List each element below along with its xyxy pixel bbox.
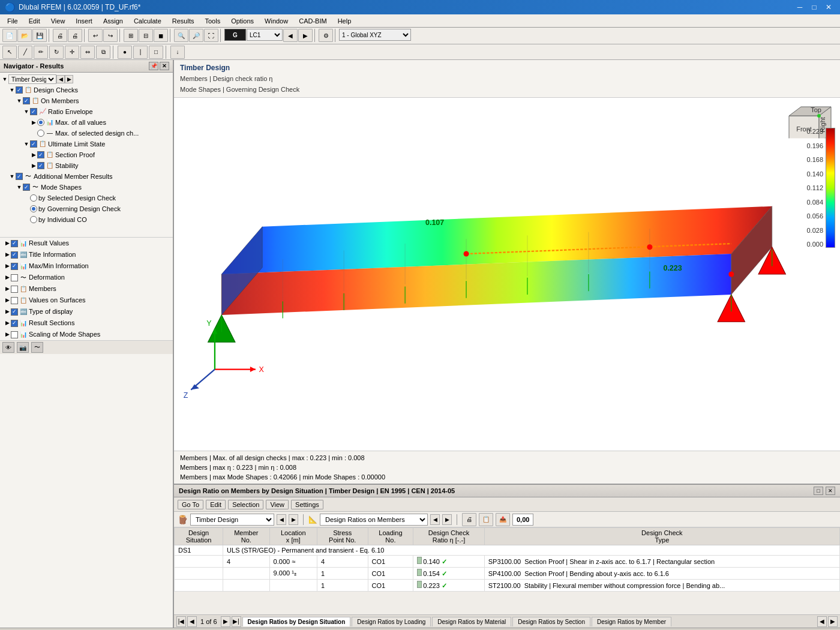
tree-on-members[interactable]: ▼ ✓ 📋 On Members bbox=[0, 95, 173, 106]
results-edit-btn[interactable]: Edit bbox=[206, 500, 226, 509]
cb-title-info[interactable]: ✓ bbox=[11, 251, 18, 259]
tb-undo[interactable]: ↩ bbox=[88, 29, 103, 42]
coord-selector[interactable]: 1 - Global XYZ bbox=[339, 29, 411, 41]
expand-values-surfaces[interactable]: ▶ bbox=[4, 295, 11, 305]
expand-title-info[interactable]: ▶ bbox=[4, 250, 11, 260]
table-row-1[interactable]: 4 0.000 ≈ 4 CO1 0.140 ✓ SP3100.00 Sectio… bbox=[175, 556, 840, 568]
module-selector[interactable]: Timber Design bbox=[190, 514, 274, 526]
tb2-line[interactable]: ╱ bbox=[18, 46, 32, 59]
tb-open[interactable]: 📂 bbox=[17, 29, 32, 42]
panel-close-btn[interactable]: ✕ bbox=[160, 62, 169, 70]
menu-assign[interactable]: Assign bbox=[98, 16, 128, 26]
tb-view-options[interactable]: ⚙ bbox=[319, 29, 333, 42]
nav-result-values[interactable]: ▶ ✓ 📊 Result Values bbox=[0, 238, 173, 249]
cb-values-surfaces[interactable] bbox=[11, 297, 18, 304]
nav-icon-eye[interactable]: 👁 bbox=[2, 342, 14, 353]
tree-ratio-envelope[interactable]: ▼ ✓ 📈 Ratio Envelope bbox=[0, 106, 173, 117]
results-print-btn[interactable]: 🖨 bbox=[462, 513, 476, 526]
tb-save[interactable]: 💾 bbox=[32, 29, 47, 42]
menu-tools[interactable]: Tools bbox=[200, 16, 225, 26]
tree-additional-results[interactable]: ▼ ✓ 〜 Additional Member Results bbox=[0, 171, 173, 182]
expand-additional[interactable]: ▼ bbox=[8, 172, 16, 181]
module-prev-btn[interactable]: ◀ bbox=[277, 514, 286, 525]
tree-nav-next[interactable]: ▶ bbox=[65, 75, 73, 83]
lc-selector[interactable]: LC1 bbox=[247, 29, 283, 41]
panel-pin-btn[interactable]: 📌 bbox=[149, 62, 158, 70]
expand-result-sections[interactable]: ▶ bbox=[4, 318, 11, 328]
cb-stability[interactable]: ✓ bbox=[37, 162, 44, 169]
cb-section-proof[interactable]: ✓ bbox=[37, 151, 44, 158]
nav-deformation[interactable]: ▶ 〜 Deformation bbox=[0, 272, 173, 283]
cb-result-values[interactable]: ✓ bbox=[11, 240, 18, 247]
results-panel-close[interactable]: ✕ bbox=[826, 487, 835, 495]
expand-deformation[interactable]: ▶ bbox=[4, 272, 11, 283]
results-settings-btn[interactable]: Settings bbox=[291, 500, 323, 509]
cb-members-nav[interactable] bbox=[11, 286, 18, 293]
tb-redo[interactable]: ↪ bbox=[103, 29, 118, 42]
tabs-scroll-right[interactable]: ▶ bbox=[828, 616, 838, 627]
expand-scaling[interactable]: ▶ bbox=[4, 329, 11, 340]
table-row-2[interactable]: 9.000 ¹₂ 1 CO1 0.154 ✓ SP4100.00 Section… bbox=[175, 568, 840, 580]
tb2-load[interactable]: ↓ bbox=[170, 46, 185, 59]
tabs-scroll-left[interactable]: ◀ bbox=[817, 616, 827, 627]
tab-by-situation[interactable]: Design Ratios by Design Situation bbox=[242, 617, 351, 626]
menu-cad-bim[interactable]: CAD-BIM bbox=[294, 16, 331, 26]
results-goto-btn[interactable]: Go To bbox=[178, 500, 203, 509]
cb-result-sections[interactable]: ✓ bbox=[11, 320, 18, 327]
tree-max-selected[interactable]: ▶ — Max. of selected design ch... bbox=[0, 128, 173, 139]
tb-mesh[interactable]: ⊟ bbox=[139, 29, 153, 42]
nav-result-sections[interactable]: ▶ ✓ 📊 Result Sections bbox=[0, 317, 173, 329]
tree-mode-shapes[interactable]: ▼ ✓ 〜 Mode Shapes bbox=[0, 182, 173, 193]
tb2-select[interactable]: ↖ bbox=[2, 46, 17, 59]
menu-edit[interactable]: Edit bbox=[24, 16, 45, 26]
expand-section-proof[interactable]: ▶ bbox=[30, 150, 37, 160]
tree-max-all[interactable]: ▶ 📊 Max. of all values bbox=[0, 117, 173, 128]
page-first-btn[interactable]: |◀ bbox=[176, 616, 186, 627]
expand-stability[interactable]: ▶ bbox=[30, 161, 37, 170]
expand-on-members[interactable]: ▼ bbox=[16, 96, 23, 106]
module-next-btn[interactable]: ▶ bbox=[289, 514, 298, 525]
tb-grid[interactable]: ⊞ bbox=[124, 29, 138, 42]
results-eta-btn[interactable]: 0,00 bbox=[512, 514, 533, 526]
tb-new[interactable]: 📄 bbox=[2, 29, 17, 42]
table-row-header[interactable]: DS1 ULS (STR/GEO) - Permanent and transi… bbox=[175, 545, 840, 556]
tab-by-loading[interactable]: Design Ratios by Loading bbox=[352, 617, 431, 626]
menu-help[interactable]: Help bbox=[333, 16, 356, 26]
expand-members-nav[interactable]: ▶ bbox=[4, 284, 11, 294]
expand-ultimate-limit[interactable]: ▼ bbox=[23, 139, 30, 149]
viewport[interactable]: Front Right Top bbox=[174, 98, 840, 451]
nav-max-min-info[interactable]: ▶ ✓ 📊 Max/Min Information bbox=[0, 260, 173, 272]
cb-design-checks[interactable]: ✓ bbox=[16, 86, 23, 94]
results-table-container[interactable]: DesignSituation MemberNo. Locationx [m] … bbox=[174, 527, 840, 614]
tree-design-checks[interactable]: ▼ ✓ 📋 Design Checks bbox=[0, 85, 173, 95]
expand-result-values[interactable]: ▶ bbox=[4, 238, 11, 248]
tb2-rotate[interactable]: ↻ bbox=[49, 46, 64, 59]
tb-print[interactable]: 🖨 bbox=[53, 29, 67, 42]
menu-options[interactable]: Options bbox=[226, 16, 259, 26]
expand-ratio-envelope[interactable]: ▼ bbox=[23, 107, 30, 116]
close-button[interactable]: ✕ bbox=[822, 2, 835, 13]
expand-icon[interactable]: ▼ bbox=[1, 74, 8, 84]
tb2-surface[interactable]: □ bbox=[149, 46, 163, 59]
tab-by-section[interactable]: Design Ratios by Section bbox=[512, 617, 590, 626]
menu-file[interactable]: File bbox=[2, 16, 23, 26]
minimize-button[interactable]: ─ bbox=[793, 2, 806, 13]
page-prev-btn[interactable]: ◀ bbox=[187, 616, 197, 627]
cb-type-display[interactable]: ✓ bbox=[11, 308, 18, 316]
menu-calculate[interactable]: Calculate bbox=[129, 16, 166, 26]
cb-max-min-info[interactable]: ✓ bbox=[11, 263, 18, 270]
results-export-btn[interactable]: 📤 bbox=[496, 513, 510, 526]
tb-zoom-out[interactable]: 🔎 bbox=[189, 29, 203, 42]
cb-deformation[interactable] bbox=[11, 274, 18, 281]
radio-max-selected[interactable] bbox=[37, 130, 44, 137]
results-view-btn[interactable]: View bbox=[266, 500, 289, 509]
nav-title-info[interactable]: ▶ ✓ 🔤 Title Information bbox=[0, 249, 173, 260]
expand-type-display[interactable]: ▶ bbox=[4, 307, 11, 317]
cb-on-members[interactable]: ✓ bbox=[23, 97, 30, 104]
tb2-copy[interactable]: ⧉ bbox=[96, 46, 110, 59]
radio-by-selected[interactable] bbox=[30, 194, 37, 202]
expand-mode-shapes[interactable]: ▼ bbox=[16, 182, 23, 192]
tree-section-proof[interactable]: ▶ ✓ 📋 Section Proof bbox=[0, 149, 173, 160]
results-panel-restore[interactable]: □ bbox=[814, 487, 823, 495]
tb2-member[interactable]: | bbox=[133, 46, 148, 59]
